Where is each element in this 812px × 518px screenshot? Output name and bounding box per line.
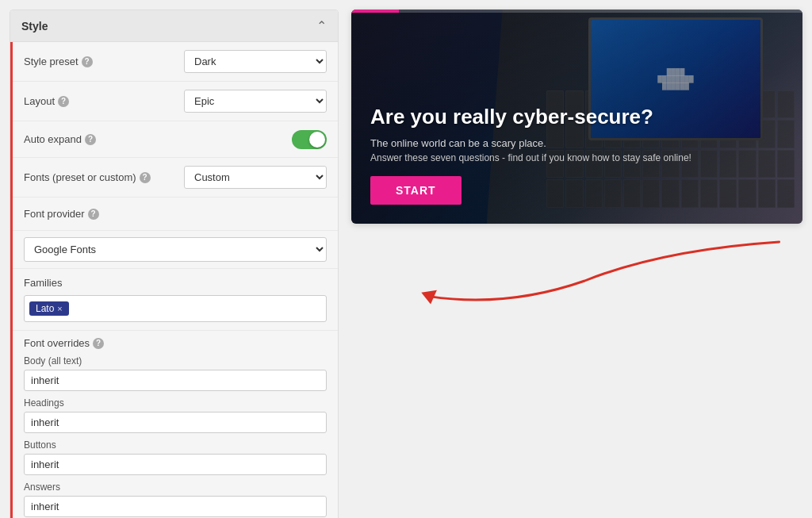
section-title: Style [21,20,48,33]
lato-tag: Lato × [29,301,69,316]
headings-label: Headings [24,397,327,409]
body-label: Body (all text) [24,355,327,366]
font-provider-help-icon[interactable]: ? [88,209,99,220]
preview-subtitle: The online world can be a scary place. [370,137,783,149]
font-provider-select-wrap: Google Fonts System Fonts Adobe Fonts [13,231,338,269]
layout-label: Layout ? [24,95,184,107]
lato-tag-text: Lato [36,303,54,314]
layout-control: Epic Classic Modern [184,90,327,113]
families-label: Families [24,277,327,289]
start-button[interactable]: START [370,176,462,205]
progress-bar-fill [351,10,399,13]
families-input[interactable]: Lato × [24,295,327,322]
buttons-label: Buttons [24,439,327,451]
layout-select[interactable]: Epic Classic Modern [184,90,327,113]
fonts-preset-row: Fonts (preset or custom) ? Custom Defaul… [13,158,338,198]
preview-description: Answer these seven questions - find out … [370,152,783,163]
font-provider-label: Font provider ? [24,208,327,220]
answers-input[interactable] [24,496,327,517]
arrow-area [351,233,802,328]
families-section: Families Lato × [13,269,338,331]
fonts-preset-label: Fonts (preset or custom) ? [24,171,184,183]
panel-inner: Style preset ? Dark Light Classic Custom [10,42,338,518]
auto-expand-label: Auto expand ? [24,133,184,145]
auto-expand-toggle[interactable] [292,130,327,149]
style-preset-help-icon[interactable]: ? [82,56,93,67]
app-container: Style ⌃ Style preset ? Dark Light Classi… [10,10,802,518]
font-overrides-label: Font overrides ? [24,337,327,349]
answers-label: Answers [24,482,327,493]
style-preset-label: Style preset ? [24,56,184,67]
font-overrides-section: Font overrides ? Body (all text) Heading… [13,331,338,518]
fonts-preset-select[interactable]: Custom Default Google Fonts [184,166,327,189]
preview-card: ██████████████████ Are you really cyber-… [351,10,802,224]
font-provider-select[interactable]: Google Fonts System Fonts Adobe Fonts [24,237,327,262]
arrow-svg [351,233,802,328]
preview-content: Are you really cyber-secure? The online … [351,89,802,224]
layout-row: Layout ? Epic Classic Modern [13,82,338,121]
style-preset-row: Style preset ? Dark Light Classic Custom [13,42,338,82]
left-panel: Style ⌃ Style preset ? Dark Light Classi… [10,10,339,518]
headings-input[interactable] [24,412,327,433]
buttons-input[interactable] [24,454,327,475]
lato-tag-close[interactable]: × [57,304,62,313]
style-preset-control: Dark Light Classic Custom [184,50,327,73]
body-input[interactable] [24,370,327,391]
auto-expand-control [184,130,327,149]
form-rows: Style preset ? Dark Light Classic Custom [13,42,338,518]
style-preset-select[interactable]: Dark Light Classic Custom [184,50,327,73]
auto-expand-row: Auto expand ? [13,121,338,158]
preview-title: Are you really cyber-secure? [370,105,783,129]
right-panel: ██████████████████ Are you really cyber-… [351,10,802,518]
fonts-preset-control: Custom Default Google Fonts [184,166,327,189]
auto-expand-help-icon[interactable]: ? [85,134,96,145]
section-header: Style ⌃ [10,10,338,42]
fonts-preset-help-icon[interactable]: ? [140,172,151,183]
layout-help-icon[interactable]: ? [58,96,69,107]
font-overrides-help-icon[interactable]: ? [93,338,104,349]
font-provider-label-row: Font provider ? [13,198,338,231]
progress-bar [351,10,802,13]
collapse-icon[interactable]: ⌃ [316,18,327,33]
